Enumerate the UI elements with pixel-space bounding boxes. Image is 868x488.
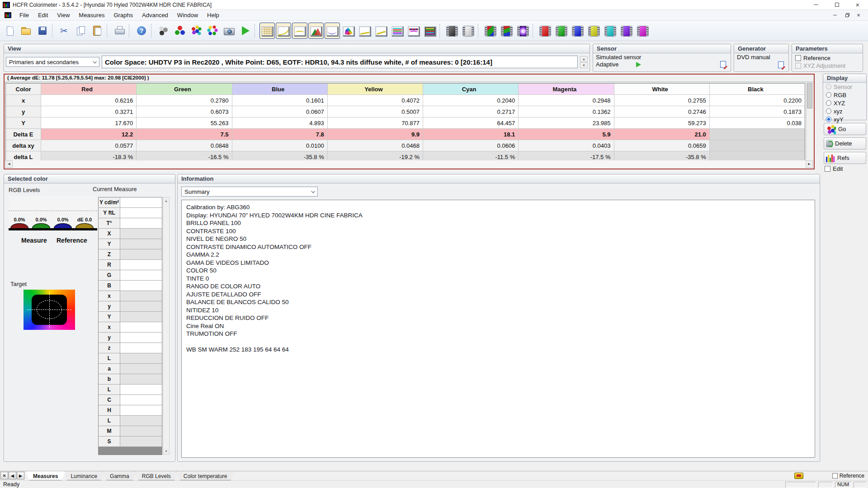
measure-cell-white-y[interactable]: 0.2746 — [614, 106, 710, 117]
menu-item-advanced[interactable]: Advanced — [137, 10, 173, 20]
toolbar-button-film-red[interactable] — [538, 23, 553, 39]
toolbar-button-new-file[interactable] — [2, 23, 18, 39]
measure-cell-white-x[interactable]: 0.2755 — [614, 95, 710, 106]
toolbar-button-film-plasma[interactable] — [515, 23, 531, 39]
refs-button[interactable]: Refs — [824, 152, 866, 164]
menu-item-file[interactable]: File — [15, 10, 33, 20]
measure-cell-magenta-delta-xy[interactable]: 0.0403 — [519, 140, 614, 151]
measure-cell-black-delta-xy[interactable] — [710, 140, 805, 151]
measure-cell-magenta-x[interactable]: 0.2948 — [519, 95, 614, 106]
measure-cell-yellow-x[interactable]: 0.4072 — [328, 95, 423, 106]
toolbar-button-cut[interactable] — [57, 23, 72, 39]
measure-cell-magenta-y[interactable]: 0.1362 — [519, 106, 614, 117]
scroll-down-arrow[interactable]: ▼ — [163, 448, 169, 454]
display-radio-xyz[interactable]: xyz — [823, 107, 866, 115]
measure-cell-yellow-y[interactable]: 70.877 — [328, 117, 423, 128]
toolbar-button-film-purple[interactable] — [619, 23, 634, 39]
tab-prev-button[interactable]: ◀ — [9, 472, 16, 479]
sensor-play-icon[interactable] — [636, 62, 641, 67]
toolbar-button-balls-multi2[interactable] — [205, 23, 220, 39]
measure-cell-green-delta-e[interactable]: 7.5 — [137, 129, 232, 140]
toolbar-button-view-luminance[interactable] — [292, 23, 307, 39]
scroll-left-arrow[interactable]: ◀ — [5, 160, 13, 168]
delete-button[interactable]: Delete — [824, 137, 866, 150]
scrollbar-thumb[interactable] — [807, 83, 812, 108]
measure-cell-red-delta-xy[interactable]: 0.0577 — [41, 140, 137, 151]
toolbar-button-paste[interactable] — [90, 23, 105, 39]
display-radio-xyy[interactable]: xyY — [823, 115, 866, 123]
toolbar-button-film-magenta[interactable] — [635, 23, 651, 39]
toolbar-button-film-cyan[interactable] — [603, 23, 618, 39]
info-spinner-up[interactable]: ▲ — [580, 56, 588, 62]
toolbar-button-balls-rgb[interactable] — [172, 23, 188, 39]
toolbar-button-film-white[interactable] — [461, 23, 476, 39]
measures-horizontal-scrollbar[interactable]: ◀ ▶ — [5, 160, 813, 168]
information-text-area[interactable]: Calibration by: ABG360Display: HYUNDAI 7… — [181, 200, 815, 458]
toolbar-button-view-cie[interactable] — [341, 23, 356, 39]
tab-measures[interactable]: Measures — [25, 471, 66, 480]
display-radio-xyz[interactable]: XYZ — [823, 99, 866, 107]
tab-close-button[interactable]: ✕ — [0, 472, 8, 479]
measure-cell-red-delta-e[interactable]: 12.2 — [41, 129, 137, 140]
tab-luminance[interactable]: Luminance — [63, 471, 105, 480]
toolbar-button-view-deltae[interactable] — [325, 23, 340, 39]
toolbar-button-play[interactable] — [237, 23, 253, 39]
measure-cell-black-y[interactable]: 0.1873 — [710, 106, 805, 117]
measure-cell-green-x[interactable]: 0.2780 — [137, 95, 232, 106]
minimize-button[interactable] — [806, 0, 826, 10]
tab-next-button[interactable]: ▶ — [17, 472, 24, 479]
measure-cell-black-x[interactable]: 0.2200 — [710, 95, 805, 106]
info-spinner-down[interactable]: ▼ — [580, 62, 588, 68]
measure-cell-yellow-delta-e[interactable]: 9.9 — [328, 129, 423, 140]
toolbar-button-view-gamma[interactable] — [276, 23, 291, 39]
toolbar-button-film-rgb2[interactable] — [499, 23, 514, 39]
measure-cell-green-delta-xy[interactable]: 0.0848 — [137, 140, 232, 151]
measure-cell-blue-y[interactable]: 4.893 — [232, 117, 328, 128]
toolbar-button-view-rgblevels[interactable] — [390, 23, 405, 39]
toolbar-button-view-colortemp[interactable] — [406, 23, 421, 39]
toolbar-button-help[interactable] — [134, 23, 149, 39]
mdi-restore-button[interactable] — [842, 11, 852, 19]
toolbar-button-film-gray[interactable] — [444, 23, 460, 39]
current-measure-scrollbar[interactable]: ▲ ▼ — [163, 197, 170, 455]
toolbar-button-film-green[interactable] — [554, 23, 569, 39]
toolbar-button-open-folder[interactable] — [19, 23, 34, 39]
menu-item-view[interactable]: View — [52, 10, 74, 20]
measure-cell-green-y[interactable]: 55.263 — [137, 117, 232, 128]
reference-checkbox[interactable] — [795, 55, 801, 61]
mdi-minimize-button[interactable] — [830, 11, 840, 19]
toolbar-button-print[interactable] — [112, 23, 127, 39]
menu-item-help[interactable]: Help — [203, 10, 224, 20]
toolbar-button-copy[interactable] — [73, 23, 89, 39]
menu-item-window[interactable]: Window — [173, 10, 203, 20]
sensor-configure-icon[interactable] — [720, 61, 726, 68]
reference-toggle-checkbox[interactable] — [832, 473, 838, 479]
toolbar-button-view-grid[interactable] — [259, 23, 275, 39]
measure-cell-blue-delta-e[interactable]: 7.8 — [232, 129, 328, 140]
toolbar-button-camera[interactable] — [221, 23, 236, 39]
close-button[interactable]: × — [847, 0, 868, 10]
toolbar-button-view-line1[interactable] — [357, 23, 373, 39]
measure-cell-green-y[interactable]: 0.6073 — [137, 106, 232, 117]
toolbar-button-film-rgb[interactable] — [483, 23, 498, 39]
toolbar-button-film-yellow[interactable] — [586, 23, 602, 39]
measure-cell-red-y[interactable]: 0.3271 — [41, 106, 137, 117]
toolbar-button-save[interactable] — [35, 23, 50, 39]
toolbar-button-balls-multi[interactable] — [189, 23, 204, 39]
toolbar-button-balls-gray[interactable] — [156, 23, 171, 39]
measure-cell-cyan-delta-e[interactable]: 18.1 — [423, 129, 519, 140]
generator-configure-icon[interactable] — [778, 61, 784, 68]
menu-item-graphs[interactable]: Graphs — [109, 10, 137, 20]
measure-cell-yellow-y[interactable]: 0.5007 — [328, 106, 423, 117]
measure-cell-blue-y[interactable]: 0.0607 — [232, 106, 328, 117]
measure-cell-cyan-x[interactable]: 0.2040 — [423, 95, 519, 106]
measure-cell-blue-delta-xy[interactable]: 0.0100 — [232, 140, 328, 151]
edit-checkbox[interactable] — [825, 166, 830, 172]
measure-cell-white-delta-xy[interactable]: 0.0659 — [614, 140, 710, 151]
measure-cell-white-delta-e[interactable]: 21.0 — [614, 129, 710, 140]
toolbar-button-view-line2[interactable] — [373, 23, 389, 39]
toolbar-button-view-spectrum[interactable] — [422, 23, 438, 39]
measure-cell-black-delta-e[interactable] — [710, 129, 805, 140]
menu-item-edit[interactable]: Edit — [33, 10, 52, 20]
toolbar-button-view-nearblack[interactable] — [308, 23, 324, 39]
